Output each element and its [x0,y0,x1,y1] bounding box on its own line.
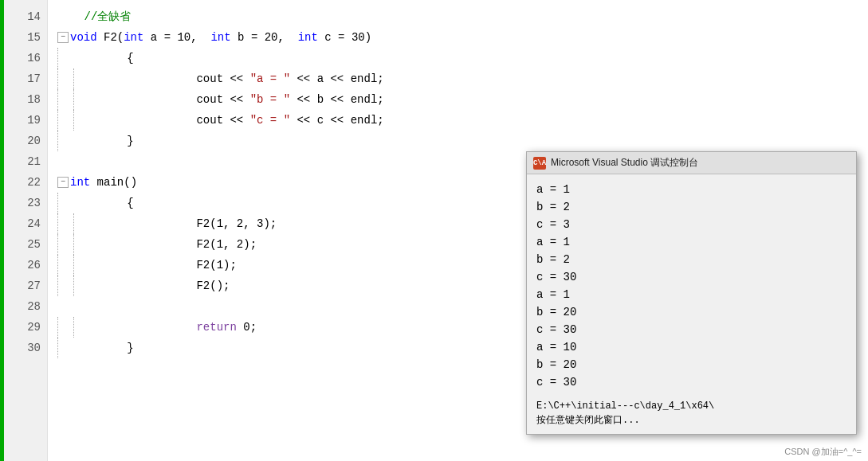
console-title: Microsoft Visual Studio 调试控制台 [551,156,698,170]
collapse-icon[interactable]: − [57,177,69,188]
token: F2(1, 2); [89,234,257,255]
token: cout << [89,110,250,131]
console-output-line: c = 3 [536,216,846,233]
line-number: 24 [4,213,47,234]
token: "b = " [250,89,290,110]
line-numbers: 1415161718192021222324252627282930 [4,0,48,461]
console-output-line: b = 20 [536,356,846,373]
token: int [70,172,90,193]
watermark: CSDN @加油=^_^= [784,446,862,458]
console-output-line: c = 30 [536,268,846,286]
token [89,317,196,338]
console-output-line: c = 30 [536,321,846,338]
token: c = 30) [318,27,371,48]
console-window: C\A Microsoft Visual Studio 调试控制台 a = 1b… [526,151,857,435]
token: } [73,131,134,151]
token: cout << [89,89,250,110]
token: int [210,27,230,48]
console-output-line: b = 20 [536,303,846,321]
collapse-icon[interactable]: − [57,32,69,43]
line-number: 25 [4,234,47,255]
code-line: cout << "b = " << b << endl; [57,89,868,110]
token: } [73,338,134,358]
token: F2(1, 2, 3); [89,213,277,234]
line-number: 17 [4,68,47,89]
token: int [124,27,143,48]
console-titlebar: C\A Microsoft Visual Studio 调试控制台 [527,152,856,174]
console-output-line: a = 1 [536,286,846,303]
console-output-line: b = 2 [536,198,846,216]
token: F2( [97,27,124,48]
line-number: 28 [4,296,47,317]
token: "a = " [250,68,290,89]
token: main() [90,172,137,193]
token: F2(); [89,275,230,296]
token: << a << endl; [290,68,384,89]
console-icon: C\A [533,157,546,170]
console-footer-line1: E:\C++\initial---c\day_4_1\x64\ [536,399,846,413]
token: //全缺省 [57,6,131,27]
console-output-line: b = 2 [536,251,846,268]
console-output-line: c = 30 [536,373,846,391]
token: return [196,317,236,338]
token: { [73,193,134,213]
code-line: cout << "c = " << c << endl; [57,110,868,131]
token: cout << [89,68,250,89]
code-line: { [57,48,868,68]
code-line: −void F2(int a = 10, int b = 20, int c =… [57,27,868,48]
console-output-line: a = 1 [536,233,846,251]
token: F2(1); [89,255,237,275]
line-number: 16 [4,48,47,68]
console-footer: E:\C++\initial---c\day_4_1\x64\ 按任意键关闭此窗… [527,397,856,434]
line-number: 26 [4,255,47,275]
token: << b << endl; [290,89,384,110]
line-number: 27 [4,275,47,296]
code-line: //全缺省 [57,6,868,27]
code-line: } [57,131,868,151]
token: void [70,27,97,48]
token: 0; [237,317,257,338]
token: b = 20, [231,27,298,48]
line-number: 22 [4,172,47,193]
code-line: cout << "a = " << a << endl; [57,68,868,89]
line-number: 20 [4,131,47,151]
console-output-line: a = 10 [536,338,846,356]
line-number: 14 [4,6,47,27]
line-number: 19 [4,110,47,131]
line-number: 29 [4,317,47,338]
console-body: a = 1b = 2c = 3a = 1b = 2c = 30a = 1b = … [527,174,856,397]
line-number: 18 [4,89,47,110]
token: int [298,27,318,48]
token: << c << endl; [290,110,384,131]
line-number: 21 [4,151,47,172]
console-output-line: a = 1 [536,181,846,198]
token: a = 10, [143,27,210,48]
line-number: 15 [4,27,47,48]
console-footer-line2: 按任意键关闭此窗口... [536,413,846,428]
line-number: 23 [4,193,47,213]
token: "c = " [250,110,290,131]
line-number: 30 [4,338,47,358]
token: { [73,48,134,68]
